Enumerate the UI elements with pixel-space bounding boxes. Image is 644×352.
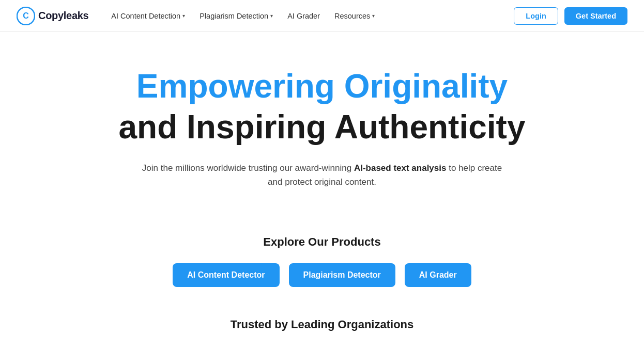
products-buttons: AI Content Detector Plagiarism Detector …	[173, 263, 471, 287]
ai-content-detector-button[interactable]: AI Content Detector	[173, 263, 279, 287]
hero-subtitle-bold: AI-based text analysis	[354, 163, 447, 173]
hero-section: Empowering Originality and Inspiring Aut…	[0, 32, 644, 215]
trusted-section: Trusted by Leading Organizations	[0, 302, 644, 342]
trusted-section-title: Trusted by Leading Organizations	[231, 318, 414, 331]
svg-text:C: C	[23, 11, 29, 20]
chevron-down-icon: ▾	[372, 13, 375, 19]
nav-label-plagiarism-detection: Plagiarism Detection	[200, 12, 268, 20]
navbar: C Copyleaks AI Content Detection ▾ Plagi…	[0, 0, 644, 32]
hero-title-line1: Empowering Originality	[136, 68, 508, 104]
chevron-down-icon: ▾	[182, 13, 185, 19]
nav-item-ai-grader[interactable]: AI Grader	[281, 8, 326, 24]
nav-item-resources[interactable]: Resources ▾	[328, 8, 381, 24]
nav-actions: Login Get Started	[514, 7, 627, 25]
nav-label-ai-grader: AI Grader	[287, 12, 320, 20]
logo-link[interactable]: C Copyleaks	[17, 7, 88, 25]
hero-subtitle-plain: Join the millions worldwide trusting our…	[142, 163, 354, 173]
chevron-down-icon: ▾	[270, 13, 273, 19]
nav-item-plagiarism-detection[interactable]: Plagiarism Detection ▾	[193, 8, 279, 24]
ai-grader-button[interactable]: AI Grader	[405, 263, 471, 287]
nav-item-ai-content-detection[interactable]: AI Content Detection ▾	[105, 8, 191, 24]
nav-links: AI Content Detection ▾ Plagiarism Detect…	[105, 8, 514, 24]
nav-label-resources: Resources	[334, 12, 370, 20]
products-section-title: Explore Our Products	[263, 235, 380, 249]
logo-text: Copyleaks	[38, 10, 88, 22]
nav-label-ai-content-detection: AI Content Detection	[111, 12, 180, 20]
hero-subtitle: Join the millions worldwide trusting our…	[141, 161, 503, 189]
hero-title-line2: and Inspiring Authenticity	[119, 108, 526, 147]
get-started-button[interactable]: Get Started	[564, 7, 627, 25]
plagiarism-detector-button[interactable]: Plagiarism Detector	[289, 263, 395, 287]
products-section: Explore Our Products AI Content Detector…	[0, 215, 644, 302]
copyleaks-logo-icon: C	[17, 7, 35, 25]
login-button[interactable]: Login	[514, 7, 558, 25]
